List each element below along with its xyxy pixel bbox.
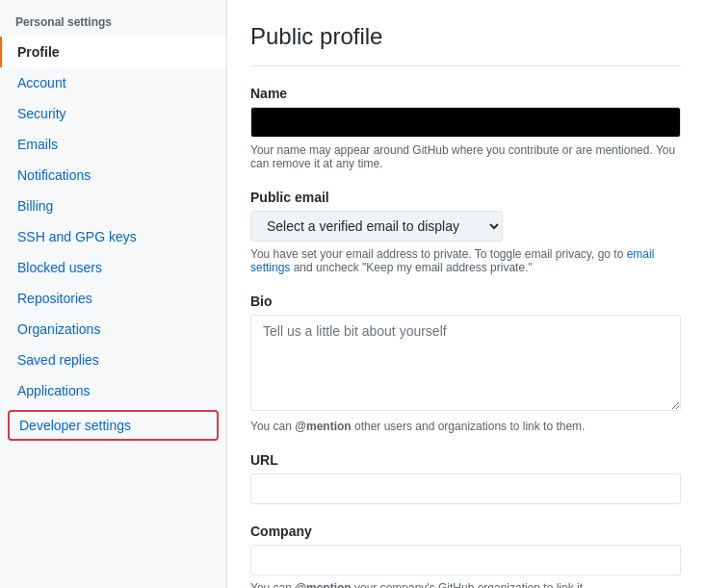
sidebar-item-ssh-gpg-keys[interactable]: SSH and GPG keys xyxy=(0,221,226,252)
sidebar: Personal settings Profile Account Securi… xyxy=(0,0,227,588)
company-form-group: Company You can @mention your company's … xyxy=(250,524,681,588)
sidebar-header: Personal settings xyxy=(0,0,226,37)
url-label: URL xyxy=(250,452,681,468)
bio-hint: You can @mention other users and organiz… xyxy=(250,420,681,433)
email-hint: You have set your email address to priva… xyxy=(250,247,681,274)
public-email-label: Public email xyxy=(250,190,681,205)
name-form-group: Name Your name may appear around GitHub … xyxy=(250,86,681,170)
sidebar-item-blocked-users[interactable]: Blocked users xyxy=(0,252,226,283)
bio-label: Bio xyxy=(250,294,681,309)
public-email-form-group: Public email Select a verified email to … xyxy=(250,190,681,274)
company-mention: @mention xyxy=(295,581,351,588)
sidebar-item-account[interactable]: Account xyxy=(0,67,226,98)
sidebar-item-repositories[interactable]: Repositories xyxy=(0,283,226,314)
name-input-redacted[interactable] xyxy=(250,107,681,138)
sidebar-item-billing[interactable]: Billing xyxy=(0,191,226,221)
sidebar-item-organizations[interactable]: Organizations xyxy=(0,314,226,345)
public-email-select[interactable]: Select a verified email to display xyxy=(250,211,503,242)
sidebar-item-developer-settings[interactable]: Developer settings xyxy=(8,410,219,441)
name-hint: Your name may appear around GitHub where… xyxy=(250,143,681,170)
page-title: Public profile xyxy=(250,23,681,66)
company-hint: You can @mention your company's GitHub o… xyxy=(250,581,681,588)
name-label: Name xyxy=(250,86,681,101)
company-input[interactable] xyxy=(250,545,681,575)
sidebar-item-profile[interactable]: Profile xyxy=(0,37,226,67)
sidebar-item-saved-replies[interactable]: Saved replies xyxy=(0,345,226,375)
sidebar-item-notifications[interactable]: Notifications xyxy=(0,160,226,191)
url-form-group: URL xyxy=(250,452,681,504)
bio-mention: @mention xyxy=(295,420,351,433)
bio-textarea[interactable] xyxy=(250,315,681,411)
sidebar-item-security[interactable]: Security xyxy=(0,98,226,129)
main-content: Public profile Name Your name may appear… xyxy=(227,0,704,588)
sidebar-item-applications[interactable]: Applications xyxy=(0,375,226,406)
url-input[interactable] xyxy=(250,473,681,504)
sidebar-item-emails[interactable]: Emails xyxy=(0,129,226,160)
bio-form-group: Bio You can @mention other users and org… xyxy=(250,294,681,433)
company-label: Company xyxy=(250,524,681,539)
